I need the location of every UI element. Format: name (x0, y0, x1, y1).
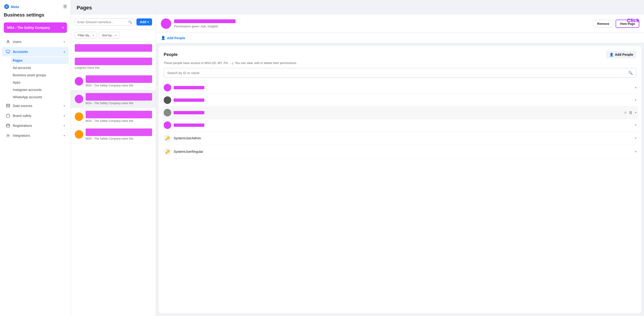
remove-button[interactable]: Remove (593, 20, 613, 28)
search-icon: 🔍 (128, 20, 132, 24)
add-button[interactable]: Add ▾ (136, 18, 152, 25)
filter-by-button[interactable]: Filter By... ▾ (75, 32, 97, 39)
asset-search-container: 🔍 (75, 18, 134, 25)
system-user-icon: 🔑 (164, 148, 171, 156)
sidebar-item-pages[interactable]: Pages (11, 57, 69, 64)
avatar (164, 84, 171, 91)
asset-owner: MSA - The Safety Company owns this (86, 119, 152, 123)
avatar (164, 121, 171, 129)
chevron-down-icon[interactable]: ▾ (635, 99, 636, 102)
list-item[interactable]: MSA - The Safety Company owns this (71, 90, 156, 108)
content-area: 🔍 Add ▾ Filter By... ▾ Sort by... ▾ (71, 15, 644, 316)
sidebar-label-accounts: Accounts (13, 50, 28, 54)
person-row[interactable]: ↗ 🗑 ▾ (162, 107, 638, 119)
people-section-header: People 👤 Add People (164, 51, 636, 58)
avatar (164, 96, 171, 104)
registrations-icon (6, 123, 10, 128)
detail-header: Permissions given: Ads, Insights Remove … (156, 15, 644, 33)
list-item[interactable] (71, 41, 156, 55)
shield-icon (6, 113, 10, 118)
sort-by-button[interactable]: Sort by... ▾ (99, 32, 120, 39)
sidebar-item-accounts[interactable]: Accounts ▴ (2, 47, 69, 56)
sidebar-item-business-asset-groups[interactable]: Business asset groups (11, 72, 69, 79)
list-item[interactable]: MSA - The Safety Company owns this (71, 108, 156, 126)
asset-owner: MSA - The Safety Company owns this (86, 137, 152, 140)
chevron-down-icon[interactable]: ▾ (635, 111, 636, 114)
sidebar-label-data-sources: Data sources (13, 104, 32, 108)
sidebar-label-brand-safety: Brand safety (13, 114, 32, 118)
asset-list-panel: 🔍 Add ▾ Filter By... ▾ Sort by... ▾ (71, 15, 156, 316)
sidebar-item-registrations[interactable]: Registrations ▾ (2, 121, 69, 130)
filter-bar: Filter By... ▾ Sort by... ▾ (71, 29, 156, 41)
avatar (75, 112, 83, 121)
meta-logo-text: Meta (11, 5, 19, 9)
sidebar-item-users[interactable]: Users ▾ (2, 37, 69, 46)
svg-rect-3 (6, 124, 10, 127)
list-item[interactable]: MSA - The Safety Company owns this (71, 126, 156, 143)
external-link-icon[interactable]: ↗ (624, 111, 626, 115)
sidebar-nav: Users ▾ Accounts ▴ Pages Ad accounts Bus… (0, 37, 71, 316)
add-people-button[interactable]: 👤 Add People (161, 36, 185, 40)
chevron-down-icon-reg: ▾ (64, 124, 65, 127)
list-item[interactable]: Longines Owns this (71, 55, 156, 72)
asset-owner: MSA - The Safety Company owns this (86, 102, 152, 105)
sidebar-item-apps[interactable]: Apps (11, 79, 69, 86)
detail-permissions: Permissions given: Ads, Insights (174, 24, 236, 28)
add-person-icon: 👤 (161, 36, 166, 40)
person-row[interactable]: ▾ (164, 119, 636, 132)
sidebar-label-integrations: Integrations (13, 134, 30, 138)
filter-by-label: Filter By... (78, 33, 92, 37)
chevron-down-icon: ▾ (64, 40, 65, 43)
add-people-btn2-label: Add People (615, 53, 633, 56)
filter-chevron-icon: ▾ (93, 34, 94, 37)
add-people-bar: 👤 Add People (156, 33, 644, 43)
user-icon (6, 39, 10, 44)
sidebar-item-brand-safety[interactable]: Brand safety ▾ (2, 111, 69, 121)
avatar (75, 130, 83, 139)
svg-rect-1 (6, 50, 10, 53)
chevron-down-icon-data: ▾ (64, 104, 65, 108)
sidebar-item-instagram-accounts[interactable]: Instagram accounts (11, 86, 69, 93)
person-name-bar (174, 111, 204, 114)
sort-by-label: Sort by... (102, 33, 114, 37)
sidebar-item-data-sources[interactable]: Data sources ▾ (2, 101, 69, 111)
system-user-name: SystemUserRegular (174, 150, 203, 154)
sidebar: Meta ☰ Business settings MSA - The Safet… (0, 0, 71, 316)
system-user-row[interactable]: 🔑 SystemUserAdmin ▾ (164, 132, 636, 145)
asset-name-bar (86, 75, 152, 83)
system-user-icon: 🔑 (164, 134, 171, 142)
asset-search-input[interactable] (77, 20, 128, 24)
chevron-down-icon[interactable]: ▾ (635, 150, 636, 153)
asset-list: Longines Owns this MSA - The Safety Comp… (71, 41, 156, 316)
sidebar-item-integrations[interactable]: Integrations ▾ (2, 131, 69, 140)
add-btn-chevron-icon: ▾ (147, 20, 149, 24)
people-search-container: 🔍 (164, 68, 636, 78)
person-name-bar (174, 99, 204, 102)
svg-point-4 (8, 135, 9, 136)
business-selector[interactable]: MSA - The Safety Company ▾ (4, 22, 67, 33)
people-description: These people have access to MSA (ID, MY,… (164, 61, 636, 65)
page-header: Pages (71, 0, 644, 15)
detail-name-bar (174, 19, 236, 23)
accounts-sub-nav: Pages Ad accounts Business asset groups … (0, 57, 71, 101)
avatar (75, 95, 83, 103)
list-item[interactable]: MSA - The Safety Company owns this (71, 72, 156, 90)
svg-point-0 (7, 40, 9, 42)
people-section: People 👤 Add People These people have ac… (159, 46, 641, 313)
data-sources-icon (6, 103, 10, 108)
add-btn-label: Add (140, 20, 146, 24)
chevron-down-icon[interactable]: ▾ (635, 137, 636, 140)
chevron-down-icon[interactable]: ▾ (635, 124, 636, 127)
meta-logo: Meta (4, 4, 19, 9)
system-user-row[interactable]: 🔑 SystemUserRegular ▾ (164, 145, 636, 158)
hamburger-icon[interactable]: ☰ (63, 4, 67, 9)
person-row[interactable]: ▾ (164, 81, 636, 94)
people-search-input[interactable] (167, 71, 626, 75)
add-people-button-2[interactable]: 👤 Add People (606, 51, 636, 58)
chevron-down-icon[interactable]: ▾ (635, 86, 636, 89)
sidebar-item-ad-accounts[interactable]: Ad accounts (11, 64, 69, 71)
sidebar-item-whatsapp-accounts[interactable]: WhatsApp accounts (11, 94, 69, 101)
chevron-down-icon-brand: ▾ (64, 114, 65, 117)
person-row[interactable]: ▾ (164, 94, 636, 107)
delete-icon[interactable]: 🗑 (629, 111, 633, 115)
